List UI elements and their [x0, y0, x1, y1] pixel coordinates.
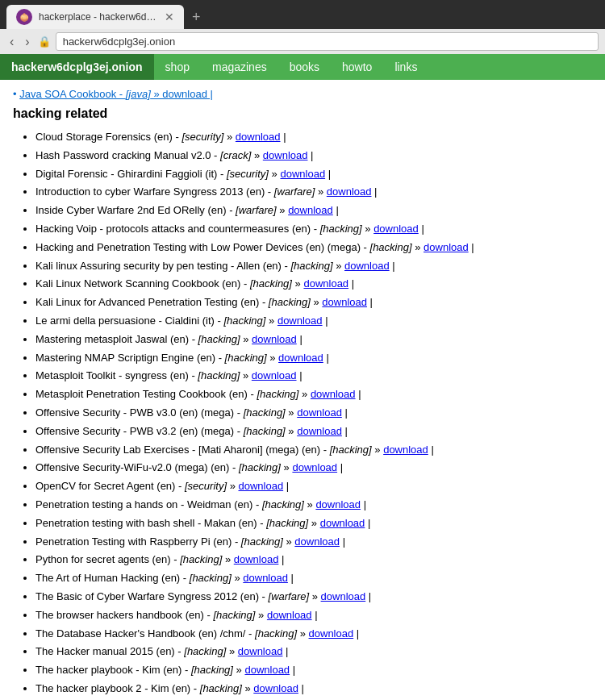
- book-tag: [hacking]: [213, 609, 255, 621]
- book-tag: [hacking]: [244, 425, 286, 437]
- download-link[interactable]: download: [424, 241, 469, 253]
- download-link[interactable]: download: [238, 645, 283, 657]
- download-link[interactable]: download: [344, 260, 390, 272]
- book-tag: [hacking]: [198, 369, 240, 381]
- download-link[interactable]: download: [292, 461, 337, 473]
- list-item: Penetration Testing with Raspberry Pi (e…: [35, 534, 592, 551]
- section-title: hacking related: [13, 106, 592, 121]
- book-tag: [hacking]: [223, 315, 265, 327]
- book-title: Penetration testing a hands on - Weidman…: [35, 498, 252, 510]
- book-title: Hacking Voip - protocols attacks and cou…: [35, 223, 311, 235]
- prev-link: • Java SOA Cookbook - [java] » download …: [13, 88, 592, 100]
- book-title: Offensive Security - PWB v3.0 (en) (mega…: [35, 406, 234, 419]
- book-tag: [hacking]: [241, 535, 283, 548]
- browser-chrome: 🧅 hackerplace - hackerw6dcplg3... ✕ + ‹ …: [0, 0, 605, 54]
- nav-magazines[interactable]: magazines: [201, 54, 278, 80]
- browser-tab[interactable]: 🧅 hackerplace - hackerw6dcplg3... ✕: [6, 5, 184, 29]
- nav-home[interactable]: hackerw6dcplg3ej.onion: [0, 54, 154, 80]
- download-link[interactable]: download: [236, 131, 281, 143]
- download-link[interactable]: download: [252, 369, 297, 381]
- book-title: Digital Forensic - Ghirardini Faggioli (…: [35, 168, 217, 180]
- prev-book-link[interactable]: Java SOA Cookbook - [java] » download |: [19, 88, 213, 100]
- download-link[interactable]: download: [327, 185, 372, 198]
- list-item: Penetration testing a hands on - Weidman…: [35, 497, 592, 514]
- download-link[interactable]: download: [383, 444, 428, 456]
- download-link[interactable]: download: [244, 664, 290, 676]
- download-link[interactable]: download: [297, 425, 342, 437]
- tor-icon: 🧅: [16, 9, 32, 25]
- list-item: Kali Linux Network Scanning Cookbook (en…: [35, 276, 592, 293]
- download-link[interactable]: download: [297, 406, 342, 419]
- back-button[interactable]: ‹: [6, 33, 17, 51]
- download-link[interactable]: download: [278, 352, 323, 364]
- download-link[interactable]: download: [303, 277, 348, 290]
- list-item: Le armi della persuasione - Cialdini (it…: [35, 313, 592, 330]
- book-title: Python for secret agents (en): [35, 553, 171, 565]
- book-title: OpenCV for Secret Agent (en): [35, 480, 175, 492]
- download-link[interactable]: download: [243, 572, 288, 584]
- list-item: The hacker playbook 2 - Kim (en) - [hack…: [35, 681, 592, 698]
- download-link[interactable]: download: [294, 535, 340, 548]
- list-item: Metasploit Toolkit - syngress (en) - [ha…: [35, 368, 592, 385]
- download-link[interactable]: download: [373, 223, 419, 235]
- book-tag: [hacking]: [370, 241, 412, 253]
- list-item: The Database Hacker's Handbook (en) /chm…: [35, 626, 592, 643]
- book-tag: [hacking]: [291, 260, 333, 272]
- book-tag: [crack]: [220, 149, 251, 161]
- download-link[interactable]: download: [288, 204, 333, 216]
- tab-close-button[interactable]: ✕: [165, 11, 174, 23]
- list-item: Hacking and Penetration Testing with Low…: [35, 240, 592, 256]
- download-link[interactable]: download: [280, 168, 325, 180]
- download-link[interactable]: download: [263, 149, 308, 161]
- new-tab-button[interactable]: +: [187, 9, 206, 26]
- list-item: Offensive Security - PWB v3.0 (en) (mega…: [35, 405, 592, 422]
- nav-links[interactable]: links: [383, 54, 428, 80]
- list-item: Kali Linux for Advanced Penetration Test…: [35, 294, 592, 311]
- list-item: Offensive Security - PWB v3.2 (en) (mega…: [35, 423, 592, 440]
- book-title: Penetration testing with bash shell - Ma…: [35, 517, 257, 529]
- list-item: Metasploit Penetration Testing Cookbook …: [35, 386, 592, 403]
- book-title: Cloud Storage Forensics (en): [35, 131, 173, 143]
- list-item: The Art of Human Hacking (en) - [hacking…: [35, 570, 592, 587]
- forward-button[interactable]: ›: [22, 33, 32, 51]
- download-link[interactable]: download: [315, 498, 361, 510]
- book-tag: [warfare]: [269, 590, 310, 602]
- download-link[interactable]: download: [309, 627, 354, 640]
- book-tag: [hacking]: [255, 627, 297, 640]
- book-tag: [warfare]: [274, 185, 315, 198]
- book-title: Kali Linux for Advanced Penetration Test…: [35, 296, 259, 308]
- list-item: Mastering NMAP Scriptign Engine (en) - […: [35, 350, 592, 367]
- book-tag: [hacking]: [257, 388, 298, 400]
- tab-title: hackerplace - hackerw6dcplg3...: [39, 11, 158, 23]
- book-tag: [security]: [227, 168, 269, 180]
- book-title: Metasploit Toolkit - syngress (en): [35, 369, 189, 381]
- list-item: Kali linux Assuring security by pen test…: [35, 258, 592, 275]
- download-link[interactable]: download: [252, 333, 297, 345]
- download-link[interactable]: download: [320, 517, 365, 529]
- download-link[interactable]: download: [277, 315, 323, 327]
- download-link[interactable]: download: [253, 682, 298, 694]
- download-link[interactable]: download: [234, 553, 279, 565]
- book-tag: [hacking]: [198, 333, 240, 345]
- book-title: The Basic of Cyber Warfare Syngress 2012…: [35, 590, 259, 602]
- main-content: • Java SOA Cookbook - [java] » download …: [0, 80, 605, 700]
- download-link[interactable]: download: [238, 480, 283, 492]
- list-item: The hacker playbook - Kim (en) - [hackin…: [35, 662, 592, 679]
- book-tag: [hacking]: [239, 461, 281, 473]
- book-title: Offensive Security - PWB v3.2 (en) (mega…: [35, 425, 234, 437]
- download-link[interactable]: download: [322, 296, 367, 308]
- download-link[interactable]: download: [311, 388, 356, 400]
- download-link[interactable]: download: [321, 590, 366, 602]
- nav-shop[interactable]: shop: [154, 54, 201, 80]
- book-title: The Art of Human Hacking (en): [35, 572, 180, 584]
- book-tag: [hacking]: [262, 498, 304, 510]
- address-bar[interactable]: [56, 32, 599, 51]
- book-tag: [security]: [185, 480, 227, 492]
- book-title: Inside Cyber Warfare 2nd Ed ORelly (en): [35, 204, 227, 216]
- book-tag: [hacking]: [250, 277, 292, 290]
- list-item: Offensive Security-WiFu-v2.0 (mega) (en)…: [35, 460, 592, 477]
- nav-howto[interactable]: howto: [331, 54, 383, 80]
- site-nav: hackerw6dcplg3ej.onion shop magazines bo…: [0, 54, 605, 80]
- download-link[interactable]: download: [267, 609, 312, 621]
- nav-books[interactable]: books: [278, 54, 331, 80]
